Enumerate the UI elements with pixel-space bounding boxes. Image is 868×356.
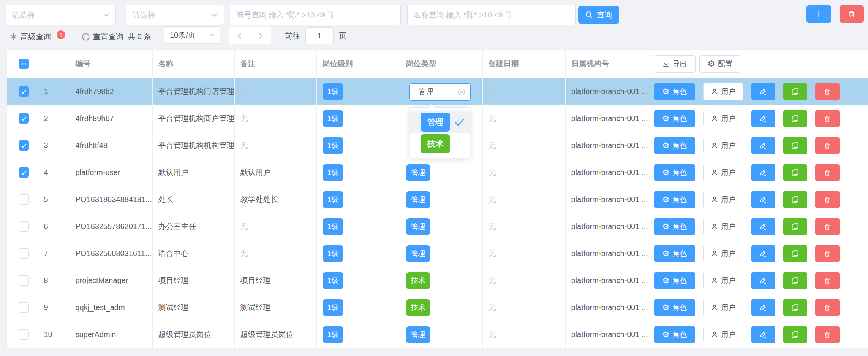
table-row[interactable]: 4 platform-user 默认用户 默认用户 1级 管理 无 platfo… (7, 159, 868, 186)
row-index: 1 (38, 78, 70, 105)
name-search-input[interactable] (414, 11, 569, 19)
delete-button[interactable] (815, 110, 840, 127)
user-button[interactable]: 用户 (703, 110, 743, 127)
row-checkbox[interactable] (19, 275, 29, 286)
select-all-checkbox[interactable] (19, 59, 29, 69)
delete-button[interactable] (815, 83, 840, 100)
copy-button[interactable] (783, 137, 807, 154)
type-select[interactable]: 管理 (409, 83, 471, 101)
search-button[interactable]: 查询 (578, 6, 619, 24)
edit-button[interactable] (751, 218, 775, 235)
row-checkbox[interactable] (19, 329, 29, 340)
copy-button[interactable] (783, 272, 807, 289)
role-button[interactable]: ⚙角色 (654, 191, 695, 208)
delete-button[interactable] (815, 299, 840, 316)
table-row[interactable]: 1 4fr8h798b2 平台管理机构门店管理岗 无 1级 管理 无 (7, 78, 868, 105)
delete-button[interactable] (815, 326, 840, 343)
copy-button[interactable] (783, 83, 807, 100)
export-button[interactable]: 导出 (654, 55, 696, 73)
cell-code: PO16325578620171... (70, 213, 152, 240)
row-checkbox[interactable] (19, 140, 29, 151)
edit-button[interactable] (751, 272, 775, 289)
page-size-select[interactable]: 10条/页 (164, 26, 220, 44)
copy-button[interactable] (783, 110, 807, 127)
dropdown-option-selected[interactable]: 管理 (410, 111, 470, 133)
edit-button[interactable] (751, 299, 775, 316)
bulk-delete-button[interactable] (840, 5, 864, 23)
user-button[interactable]: 用户 (703, 83, 743, 100)
user-button[interactable]: 用户 (703, 164, 743, 181)
role-button[interactable]: ⚙角色 (654, 83, 695, 100)
copy-button[interactable] (783, 164, 807, 181)
row-checkbox[interactable] (19, 113, 29, 124)
role-button[interactable]: ⚙角色 (654, 110, 695, 127)
level-badge: 1级 (323, 137, 344, 154)
copy-button[interactable] (783, 299, 807, 316)
pencil-icon (759, 277, 767, 284)
table-row[interactable]: 9 qqkj_test_adm 测试经理 测试经理 1级 技术 无 platfo… (7, 294, 868, 321)
row-checkbox[interactable] (19, 167, 29, 178)
chevron-down-icon (209, 33, 215, 37)
reset-query-button[interactable]: 重置查询 (82, 32, 123, 42)
filter-select-2[interactable]: 请选择 (126, 5, 224, 25)
user-button[interactable]: 用户 (703, 245, 743, 262)
delete-button[interactable] (815, 191, 840, 208)
gear-icon: ⚙ (662, 222, 670, 231)
role-button[interactable]: ⚙角色 (654, 245, 695, 262)
next-page-button[interactable] (250, 27, 271, 44)
role-button[interactable]: ⚙角色 (654, 218, 695, 235)
row-checkbox[interactable] (19, 86, 29, 97)
goto-page-input[interactable] (305, 27, 334, 44)
delete-button[interactable] (815, 137, 840, 154)
config-button[interactable]: ⚙ 配置 (699, 55, 741, 73)
row-checkbox[interactable] (19, 248, 29, 259)
row-index: 3 (38, 132, 70, 159)
delete-button[interactable] (815, 164, 840, 181)
edit-button[interactable] (751, 326, 775, 343)
copy-button[interactable] (783, 245, 807, 262)
copy-button[interactable] (783, 218, 807, 235)
cell-remark: 教学处处长 (234, 186, 316, 213)
row-checkbox[interactable] (19, 194, 29, 205)
edit-button[interactable] (751, 191, 775, 208)
cell-org: platform-branch-001 ... (565, 105, 648, 132)
copy-button[interactable] (783, 191, 807, 208)
role-button[interactable]: ⚙角色 (654, 164, 695, 181)
user-button[interactable]: 用户 (703, 191, 743, 208)
role-button[interactable]: ⚙角色 (654, 326, 695, 343)
edit-button[interactable] (751, 164, 775, 181)
clear-icon[interactable] (457, 88, 466, 96)
cell-code: 4fr8h798b2 (70, 78, 152, 105)
user-button[interactable]: 用户 (703, 272, 743, 289)
table-row[interactable]: 5 PO16318634884181... 处长 教学处处长 1级 管理 无 p… (7, 186, 868, 213)
role-button[interactable]: ⚙角色 (654, 272, 695, 289)
edit-button[interactable] (751, 245, 775, 262)
row-checkbox[interactable] (19, 302, 29, 313)
row-checkbox[interactable] (19, 221, 29, 232)
user-button[interactable]: 用户 (703, 326, 743, 343)
user-button[interactable]: 用户 (703, 137, 743, 154)
dropdown-option[interactable]: 技术 (410, 133, 470, 154)
prev-page-button[interactable] (229, 27, 250, 44)
advanced-query-button[interactable]: 高级查询 (9, 32, 51, 42)
add-button[interactable]: + (806, 5, 831, 23)
code-search-input[interactable] (236, 11, 394, 19)
user-button[interactable]: 用户 (703, 299, 743, 316)
edit-button[interactable] (751, 110, 775, 127)
filter-select-1[interactable]: 请选择 (6, 5, 116, 25)
pencil-icon (759, 222, 767, 230)
role-button[interactable]: ⚙角色 (654, 137, 695, 154)
role-button[interactable]: ⚙角色 (654, 299, 695, 316)
edit-button[interactable] (751, 83, 775, 100)
table-row[interactable]: 8 projectManager 项目经理 项目经理 1级 技术 无 platf… (7, 267, 868, 294)
column-header-index (38, 50, 70, 78)
delete-button[interactable] (815, 218, 840, 235)
delete-button[interactable] (815, 245, 840, 262)
table-row[interactable]: 6 PO16325578620171... 办公室主任 无 1级 管理 无 pl… (7, 213, 868, 240)
table-row[interactable]: 10 superAdmin 超级管理员岗位 超级管理员岗位 1级 管理 无 pl… (7, 321, 868, 348)
copy-button[interactable] (783, 326, 807, 343)
table-row[interactable]: 7 PO16325608031611... 语合中心 无 1级 管理 无 pla… (7, 240, 868, 267)
edit-button[interactable] (751, 137, 775, 154)
user-button[interactable]: 用户 (703, 218, 743, 235)
delete-button[interactable] (815, 272, 840, 289)
